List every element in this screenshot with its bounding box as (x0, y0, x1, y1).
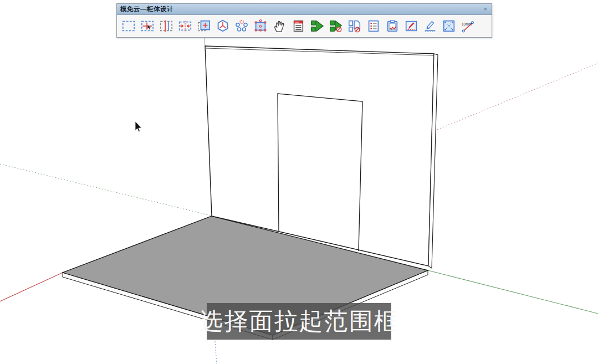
split-panel-button[interactable] (159, 18, 173, 34)
range-box-button[interactable] (121, 18, 136, 34)
select-face-range-icon (140, 19, 155, 33)
cube-component-button[interactable] (215, 18, 230, 34)
dimension-10mm-icon: 10mm (460, 19, 475, 33)
frame-adjust-icon (442, 19, 456, 33)
export-boards-marked-icon (329, 19, 343, 33)
cube-component-icon (216, 19, 230, 33)
export-boards-marked-button[interactable] (328, 18, 343, 34)
grip-board-icon (253, 19, 268, 33)
cut-list-form-icon (291, 19, 305, 33)
green-axis (428, 270, 598, 314)
dimension-label: 10mm (462, 22, 472, 26)
application-window: 模免云—柜体设计 × (0, 0, 598, 364)
clipboard-edit-icon (385, 19, 400, 33)
disable-panels-button[interactable] (347, 18, 362, 34)
toolbar-buttons-row: 10mm (117, 15, 492, 37)
pencil-measure-button[interactable] (422, 18, 437, 34)
dimension-10mm-button[interactable]: 10mm (460, 18, 475, 34)
toolbar-title: 模免云—柜体设计 (120, 5, 173, 13)
export-boards-button[interactable] (309, 18, 324, 34)
close-icon[interactable]: × (483, 6, 488, 12)
draw-pen-icon (404, 19, 418, 33)
add-panel-icon (197, 19, 211, 33)
subtitle-caption: 选择面拉起范围框 (207, 303, 391, 340)
select-face-range-button[interactable] (140, 18, 155, 34)
green-axis-dotted (0, 164, 211, 216)
red-axis-dotted (432, 63, 598, 132)
plugin-toolbar: 模免云—柜体设计 × (116, 3, 492, 38)
range-box-icon (121, 19, 136, 33)
fit-inward-icon (178, 19, 192, 33)
toolbar-titlebar[interactable]: 模免云—柜体设计 × (117, 4, 492, 15)
split-panel-icon (159, 19, 173, 33)
cut-list-form-button[interactable] (290, 18, 305, 34)
draw-pen-button[interactable] (403, 18, 418, 34)
subtitle-text: 选择面拉起范围框 (200, 305, 399, 337)
material-list-icon (366, 19, 381, 33)
frame-adjust-button[interactable] (441, 18, 456, 34)
add-panel-button[interactable] (196, 18, 211, 34)
cursor-arrow-icon (135, 121, 141, 132)
export-boards-icon (310, 19, 324, 33)
grip-board-button[interactable] (253, 18, 268, 34)
pan-hand-button[interactable] (272, 18, 287, 34)
disable-panels-icon (347, 19, 362, 33)
red-axis (0, 273, 63, 301)
circle-array-button[interactable] (234, 18, 249, 34)
fit-inward-button[interactable] (177, 18, 192, 34)
material-list-button[interactable] (366, 18, 381, 34)
pan-hand-icon (272, 19, 287, 33)
clipboard-edit-button[interactable] (385, 18, 400, 34)
blue-axis-dotted (215, 341, 217, 364)
pencil-measure-icon (423, 19, 437, 33)
circle-array-icon (234, 19, 249, 33)
